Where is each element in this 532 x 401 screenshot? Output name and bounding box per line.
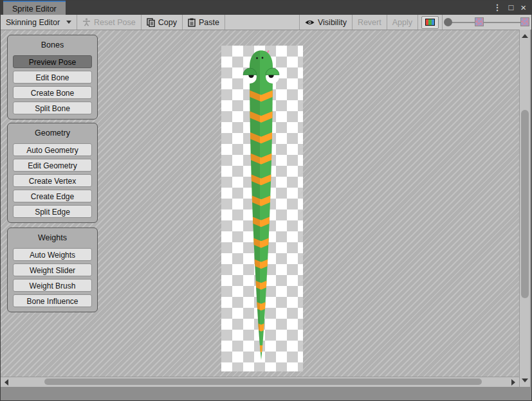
- horizontal-scrollbar-thumb[interactable]: [44, 379, 482, 385]
- eye-icon: [305, 19, 315, 26]
- copy-button[interactable]: Copy: [142, 15, 182, 30]
- window-bottom-edge: [1, 387, 531, 400]
- apply-button[interactable]: Apply: [387, 15, 417, 30]
- create-bone-button[interactable]: Create Bone: [13, 86, 92, 99]
- geometry-panel: Geometry Auto Geometry Edit Geometry Cre…: [7, 123, 98, 223]
- reset-pose-label: Reset Pose: [94, 18, 136, 27]
- geometry-panel-title: Geometry: [8, 127, 97, 143]
- overlay-color-button[interactable]: [421, 16, 439, 29]
- window-menu-icon[interactable]: ⋮: [493, 1, 501, 15]
- revert-button[interactable]: Revert: [353, 15, 387, 30]
- snake-nostril: [262, 57, 264, 59]
- preview-pose-button[interactable]: Preview Pose: [13, 55, 92, 68]
- scroll-right-icon[interactable]: [511, 379, 515, 386]
- titlebar: Sprite Editor ⋮ □ ×: [1, 1, 531, 15]
- weight-slider-button[interactable]: Weight Slider: [13, 263, 92, 276]
- apply-label: Apply: [392, 18, 412, 27]
- snake-left-eye: [243, 68, 257, 84]
- reset-pose-icon: [82, 18, 91, 26]
- sprite-editor-window: Sprite Editor ⋮ □ × Skinning Editor Rese…: [0, 0, 532, 401]
- maximize-icon[interactable]: □: [508, 1, 513, 15]
- paste-icon: [188, 18, 196, 27]
- revert-label: Revert: [358, 18, 381, 27]
- toolbar: Skinning Editor Reset Pose Copy: [1, 15, 531, 30]
- auto-weights-button[interactable]: Auto Weights: [13, 248, 92, 261]
- rgb-swatch-icon: [425, 19, 435, 26]
- scroll-left-icon[interactable]: [5, 379, 8, 386]
- vertical-scrollbar-thumb[interactable]: [521, 110, 529, 298]
- scroll-down-icon[interactable]: [522, 379, 528, 382]
- edit-bone-button[interactable]: Edit Bone: [13, 71, 92, 84]
- split-bone-button[interactable]: Split Bone: [13, 102, 92, 114]
- opacity-slider: [444, 15, 529, 30]
- texture-preview-icon[interactable]: [475, 17, 484, 26]
- paste-label: Paste: [199, 18, 219, 27]
- snake-right-eye: [266, 68, 279, 84]
- weights-panel: Weights Auto Weights Weight Slider Weigh…: [7, 227, 98, 312]
- window-controls: ⋮ □ ×: [493, 1, 526, 15]
- copy-label: Copy: [158, 18, 177, 27]
- horizontal-scrollbar[interactable]: [1, 377, 519, 387]
- visibility-label: Visibility: [318, 18, 347, 27]
- scroll-up-icon[interactable]: [522, 34, 528, 38]
- slider-knob[interactable]: [444, 18, 452, 26]
- paste-button[interactable]: Paste: [183, 15, 225, 30]
- bones-panel: Bones Preview Pose Edit Bone Create Bone…: [7, 35, 98, 120]
- create-edge-button[interactable]: Create Edge: [13, 190, 92, 202]
- auto-geometry-button[interactable]: Auto Geometry: [13, 143, 92, 156]
- vertical-scrollbar[interactable]: [519, 30, 530, 387]
- copy-icon: [147, 18, 155, 27]
- green-snake-sprite: [221, 46, 303, 371]
- create-vertex-button[interactable]: Create Vertex: [13, 174, 92, 187]
- close-icon[interactable]: ×: [520, 1, 526, 15]
- split-edge-button[interactable]: Split Edge: [13, 205, 92, 218]
- slider-track[interactable]: [446, 22, 527, 23]
- toolbar-divider: [417, 15, 418, 30]
- snake-nostril: [256, 57, 258, 59]
- skinning-editor-label: Skinning Editor: [6, 18, 60, 27]
- snake-shading: [221, 46, 260, 371]
- reset-pose-button[interactable]: Reset Pose: [77, 15, 141, 30]
- chevron-down-icon: [66, 21, 71, 24]
- skinning-viewport[interactable]: Bones Preview Pose Edit Bone Create Bone…: [1, 30, 519, 377]
- edit-geometry-button[interactable]: Edit Geometry: [13, 159, 92, 172]
- weights-panel-title: Weights: [8, 232, 97, 248]
- bone-influence-button[interactable]: Bone Influence: [13, 294, 92, 307]
- texture-preview-icon[interactable]: [520, 17, 529, 26]
- sprite-canvas[interactable]: [221, 46, 303, 371]
- weight-brush-button[interactable]: Weight Brush: [13, 279, 92, 292]
- visibility-button[interactable]: Visibility: [300, 15, 352, 30]
- toolbar-divider: [442, 15, 443, 30]
- tab-sprite-editor[interactable]: Sprite Editor: [3, 1, 66, 15]
- toolbar-divider: [225, 15, 225, 30]
- tab-title: Sprite Editor: [12, 4, 57, 13]
- skinning-editor-dropdown[interactable]: Skinning Editor: [1, 15, 77, 30]
- bones-panel-title: Bones: [8, 39, 97, 55]
